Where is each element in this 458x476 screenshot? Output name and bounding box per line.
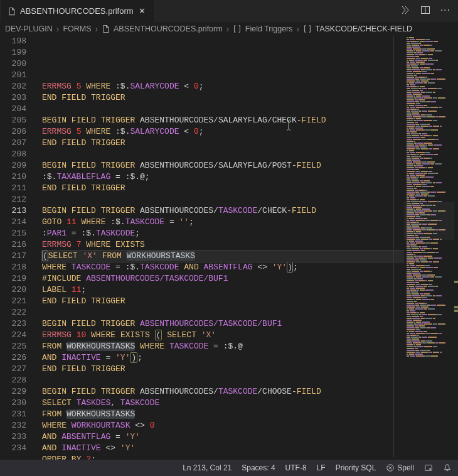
more-actions-icon[interactable]: ··· [440,5,450,17]
editor-tab[interactable]: ABSENTHOURCODES.priform ✕ [1,0,154,22]
split-editor-icon[interactable] [420,5,430,17]
minimap[interactable] [404,36,454,457]
tab-actions: ··· [400,5,453,17]
status-language[interactable]: Priority SQL [336,463,376,472]
svg-rect-3 [425,465,432,471]
status-spaces[interactable]: Spaces: 4 [242,463,275,472]
code-content[interactable]: ERRMSG 5 WHERE :$.SALARYCODE < 0;END FIE… [36,36,458,457]
ruler [393,36,394,457]
status-notifications-icon[interactable] [424,463,433,472]
line-number-gutter: 1981992002012022032042052062072082092102… [0,36,36,457]
overview-marker [454,281,458,283]
overview-ruler[interactable] [454,36,458,457]
chevron-right-icon: › [296,24,301,34]
minimap-viewport[interactable] [404,202,454,240]
chevron-right-icon: › [55,24,61,34]
close-icon[interactable]: ✕ [137,6,147,16]
overview-marker [454,306,458,308]
status-position[interactable]: Ln 213, Col 21 [183,463,232,472]
chevron-right-icon: › [225,24,231,34]
breadcrumb-item[interactable]: FORMS [63,24,91,33]
status-eol[interactable]: LF [317,463,326,472]
editor-area[interactable]: 1981992002012022032042052062072082092102… [0,36,458,457]
file-icon [8,7,16,16]
breadcrumbs[interactable]: DEV-PLUGIN › FORMS › ABSENTHOURCODES.pri… [0,22,458,36]
file-icon [102,24,110,33]
brackets-icon [303,24,312,33]
breadcrumb-item[interactable]: Field Triggers [233,24,292,34]
tab-title: ABSENTHOURCODES.priform [20,6,134,16]
overview-marker [454,310,458,312]
status-bell-icon[interactable] [443,463,452,472]
breadcrumb-item[interactable]: ABSENTHOURCODES.priform [102,24,222,34]
status-spell[interactable]: Spell [386,463,414,472]
status-encoding[interactable]: UTF-8 [285,463,307,472]
tab-bar: ABSENTHOURCODES.priform ✕ ··· [0,0,458,22]
chevron-right-icon: › [94,24,100,34]
breadcrumb-item[interactable]: DEV-PLUGIN [5,24,53,33]
run-icon[interactable] [400,5,410,17]
status-bar: Ln 213, Col 21 Spaces: 4 UTF-8 LF Priori… [0,460,458,476]
svg-point-4 [429,468,431,470]
brackets-icon [233,24,242,33]
breadcrumb-item[interactable]: TASKCODE/CHECK-FIELD [303,24,412,34]
